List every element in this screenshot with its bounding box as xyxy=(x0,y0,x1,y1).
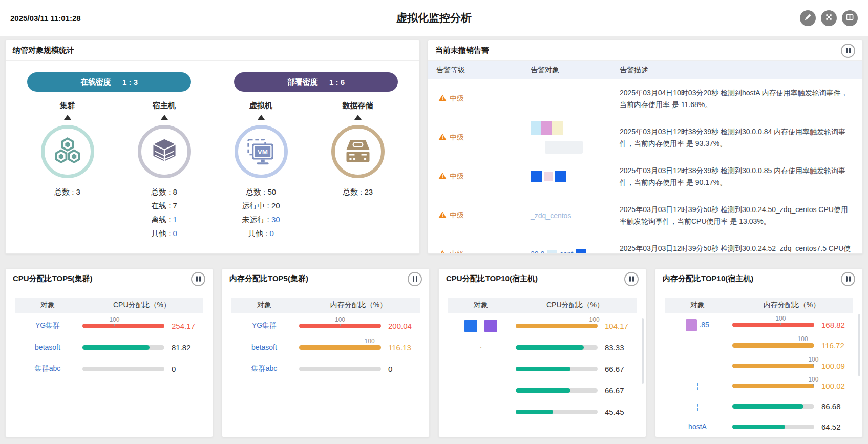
render-artifact xyxy=(547,250,557,255)
alarm-rows: 中级 2025年03月04日10时03分20秒 检测到hostA 内存使用率触发… xyxy=(428,79,862,254)
alloc-bar: 100 xyxy=(82,345,164,350)
alloc-row: hostA 100 64.52 xyxy=(655,416,862,437)
alarm-pause-button[interactable] xyxy=(841,44,855,58)
bar-100-tick: 100 xyxy=(587,316,602,323)
alloc-row: ¦ 100 100.02 xyxy=(655,376,862,396)
alloc-row: .85 100 168.82 xyxy=(655,315,862,335)
bar-fill xyxy=(732,384,814,388)
alloc-object-link[interactable]: hostA xyxy=(665,422,730,431)
stat-line: 其他 : 0 xyxy=(242,226,280,240)
alloc-object-link[interactable]: · xyxy=(448,343,514,351)
render-artifact xyxy=(686,319,697,331)
alloc-object-link[interactable]: ¦ xyxy=(665,382,730,390)
alarm-row[interactable]: 中级 2025年03月03日12时38分39秒 检测到30.0.0.84 内存使… xyxy=(428,118,862,157)
alloc-row: YG集群 100 254.17 xyxy=(6,315,213,336)
bar-fill xyxy=(732,425,785,429)
online-density-badge[interactable]: 在线密度 1 : 3 xyxy=(27,72,191,92)
alloc-value: 81.82 xyxy=(172,343,203,352)
alloc-object-link[interactable]: betasoft xyxy=(231,343,297,351)
alloc-object-link[interactable]: .85 xyxy=(665,319,730,331)
warning-icon xyxy=(438,250,447,254)
alloc-table-header: 对象内存分配比（%） xyxy=(665,298,853,313)
alloc-row: 100 116.72 xyxy=(655,335,862,356)
bar-100-tick: 100 xyxy=(363,337,377,345)
alarm-description: 2025年03月03日12时38分39秒 检测到30.0.0.85 内存使用率触… xyxy=(595,165,854,188)
alloc-row: 集群abc 100 0 xyxy=(6,358,213,379)
alloc-row: betasoft 100 116.13 xyxy=(222,336,429,358)
fullscreen-button[interactable] xyxy=(821,10,837,26)
warning-icon xyxy=(438,172,447,181)
scale-item-storage: 数据存储 xyxy=(309,101,406,240)
alarm-object[interactable]: _zdq_centos xyxy=(508,212,595,220)
pause-button[interactable] xyxy=(624,272,639,286)
alarm-row[interactable]: 中级 _zdq_centos 2025年03月03日12时39分50秒 检测到3… xyxy=(428,196,862,235)
alloc-value: 168.82 xyxy=(821,321,853,329)
svg-text:VM: VM xyxy=(257,148,267,156)
alloc-object-link[interactable]: 集群abc xyxy=(15,364,80,373)
alarm-level: 中级 xyxy=(436,250,508,255)
storage-icon xyxy=(331,125,385,178)
scale-panel: 纳管对象规模统计 在线密度 1 : 3 部署密度 1 : 6 xyxy=(5,40,420,254)
dashboard-body: 纳管对象规模统计 在线密度 1 : 3 部署密度 1 : 6 xyxy=(0,36,868,437)
alloc-object-link[interactable]: betasoft xyxy=(15,343,80,351)
page-title: 虚拟化监控分析 xyxy=(396,11,472,25)
pause-button[interactable] xyxy=(408,272,422,286)
bar-fill xyxy=(516,410,553,414)
alarm-description: 2025年03月03日12时38分39秒 检测到30.0.0.84 内存使用率触… xyxy=(595,126,854,150)
stat-line: 离线 : 1 xyxy=(151,213,177,226)
alloc-bar: 100 xyxy=(516,324,598,328)
alloc-bar: 100 xyxy=(732,323,814,327)
scale-item-vm: 虚拟机 VM 总数 : 50 运行 xyxy=(213,101,309,240)
bar-track xyxy=(299,367,381,371)
pause-button[interactable] xyxy=(191,272,205,286)
alloc-object-link[interactable]: ¦ xyxy=(665,403,730,411)
alloc-value: 86.68 xyxy=(821,402,853,411)
alloc-row: 100 100.09 xyxy=(655,355,862,376)
alloc-bar: 100 xyxy=(299,367,381,371)
warning-icon xyxy=(438,133,447,142)
timestamp: 2025/03/11 11:01:28 xyxy=(10,14,81,23)
alarm-description: 2025年03月03日12时39分50秒 检测到30.0.24.50_zdq_c… xyxy=(595,204,854,227)
alloc-object-link[interactable]: 集群abc xyxy=(231,364,297,373)
scrollbar-thumb[interactable] xyxy=(858,314,860,376)
stat-line: 总数 : 50 xyxy=(242,185,280,199)
alloc-bar: 100 xyxy=(732,364,814,368)
alarm-row[interactable]: 中级 2025年03月04日10时03分20秒 检测到hostA 内存使用率触发… xyxy=(428,79,862,118)
alarm-row[interactable]: 中级 2025年03月03日12时38分39秒 检测到30.0.0.85 内存使… xyxy=(428,157,862,196)
pause-icon xyxy=(846,276,851,282)
alloc-value: 66.67 xyxy=(605,365,637,373)
bar-fill xyxy=(732,343,814,348)
alarm-panel: 当前未撤销告警 告警等级 告警对象 告警描述 中级 2025年03月04日10时… xyxy=(428,40,863,254)
fullscreen-icon xyxy=(825,13,833,23)
bar-100-tick: 100 xyxy=(806,356,820,363)
alarm-row[interactable]: 中级 30.0 cent 2025年03月03日12时39分50秒 检测到30.… xyxy=(428,235,862,254)
alloc-object-link[interactable]: YG集群 xyxy=(15,321,80,330)
edit-button[interactable] xyxy=(800,10,816,26)
alloc-row: YG集群 100 200.04 xyxy=(222,315,429,336)
alloc-value: 0 xyxy=(172,365,203,373)
scrollbar-thumb[interactable] xyxy=(642,318,644,384)
bar-fill xyxy=(82,345,150,350)
alarm-description: 2025年03月04日10时03分20秒 检测到hostA 内存使用率触发轮询事… xyxy=(595,87,854,111)
pause-button[interactable] xyxy=(841,272,855,286)
alarm-table-header: 告警等级 告警对象 告警描述 xyxy=(428,61,862,79)
alarm-level: 中级 xyxy=(436,172,508,181)
alarm-object[interactable]: 30.0 cent xyxy=(508,249,595,255)
bar-100-tick: 100 xyxy=(796,335,810,343)
alloc-bar: 100 xyxy=(299,324,381,328)
alarm-level: 中级 xyxy=(436,94,508,103)
bar-100-tick: 100 xyxy=(333,316,347,323)
alloc-value: 0 xyxy=(388,365,420,373)
alloc-bar: 100 xyxy=(516,410,598,414)
alloc-value: 66.67 xyxy=(605,386,637,395)
alloc-value: 254.17 xyxy=(172,322,203,330)
alarm-level: 中级 xyxy=(436,211,508,220)
cluster-icon xyxy=(41,125,94,178)
layout-button[interactable] xyxy=(842,10,858,26)
alloc-object-link[interactable]: YG集群 xyxy=(231,321,297,330)
stat-line: 其他 : 0 xyxy=(151,226,177,240)
deploy-density-badge[interactable]: 部署密度 1 : 6 xyxy=(234,72,398,92)
alloc-bar: 100 xyxy=(299,345,381,350)
stat-line: 总数 : 3 xyxy=(54,185,80,199)
alloc-row: 100 45.45 xyxy=(439,401,646,422)
